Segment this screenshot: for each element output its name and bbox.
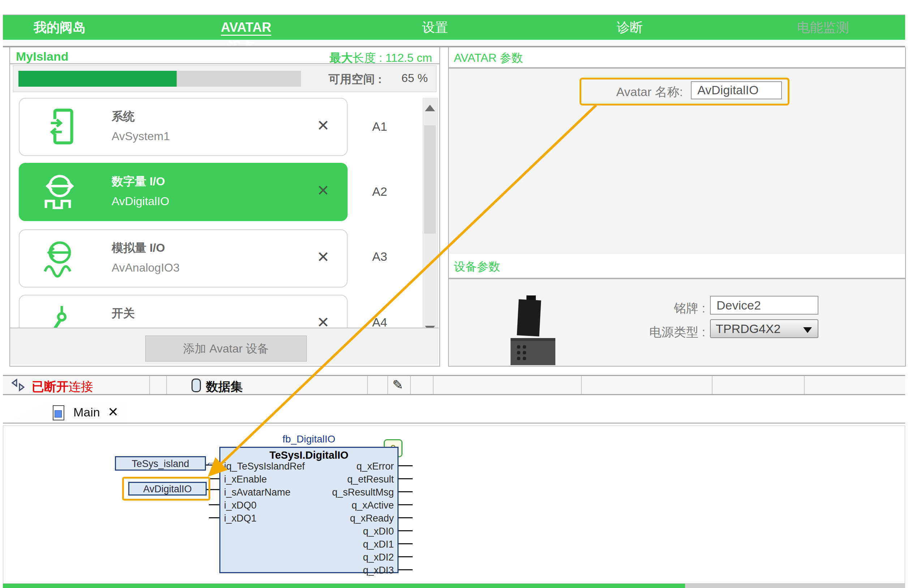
disconnect-icon (11, 378, 25, 394)
pin-input[interactable]: i_sAvatarName (224, 487, 290, 498)
pin-stub (399, 543, 413, 544)
slot-label-a3: A3 (372, 249, 387, 263)
nav-substrip: 设备 (3, 40, 905, 46)
avatar-list-scrollbar[interactable] (423, 98, 438, 338)
pin-output[interactable]: q_xActive (352, 500, 394, 511)
available-space-value: 65 % (401, 72, 428, 85)
avatar-params-header: AVATAR 参数 (449, 47, 905, 69)
avatar-card-system[interactable]: 系统 AvSystem1 ✕ (19, 98, 348, 156)
avatar-name: AvSystem1 (112, 130, 170, 143)
pin-output[interactable]: q_xDI2 (363, 552, 394, 563)
pin-output[interactable]: q_xDI0 (363, 526, 394, 537)
avatar-title: 系统 (112, 109, 135, 125)
nav-tab-avatar[interactable]: AVATAR (221, 15, 271, 40)
horizontal-scrollbar[interactable] (3, 584, 905, 588)
tab-main[interactable]: Main ✕ (6, 402, 126, 423)
power-type-dropdown[interactable]: TPRDG4X2 (710, 319, 818, 338)
pin-stub (399, 491, 413, 492)
space-progress-fill (18, 71, 177, 87)
digital-io-avatar-icon (42, 173, 82, 212)
pin-output[interactable]: q_xDI3 (363, 565, 394, 576)
clipped-label-bottom: 设备 (228, 39, 271, 46)
main-nav: 我的阀岛 AVATAR 设置 诊断 电能监测 (3, 14, 905, 40)
device-params-title: 设备参数 (454, 259, 500, 275)
power-type-label: 电源类型 : (629, 324, 705, 341)
dataset-icon (192, 379, 201, 392)
avatar-card-switch[interactable]: 开关 AvSwitch1 ✕ (19, 295, 348, 328)
avdigitalio-annotation-box (122, 477, 210, 501)
pencil-icon[interactable]: ✎ (393, 378, 403, 393)
device-params-header: 设备参数 (449, 254, 905, 279)
divider (3, 423, 905, 424)
analog-io-avatar-icon (42, 239, 82, 278)
avatar-name: AvAnalogIO3 (112, 261, 180, 275)
island-title: MyIsland (16, 50, 68, 64)
chevron-down-icon (803, 327, 812, 333)
avatar-title: 数字量 I/O (112, 174, 165, 190)
pin-output[interactable]: q_xReady (350, 513, 394, 524)
horizontal-scrollbar-thumb[interactable] (3, 584, 685, 588)
delete-avatar-button[interactable]: ✕ (317, 117, 330, 134)
system-avatar-icon (42, 108, 82, 147)
avatar-name: AvDigitalIO (112, 195, 169, 208)
pin-output[interactable]: q_xDI1 (363, 539, 394, 550)
avatar-title: 开关 (112, 305, 135, 321)
slot-label-a2: A2 (372, 185, 387, 199)
function-block-type: TeSysI.DigitalIO (221, 449, 398, 461)
pin-stub (399, 517, 413, 518)
pin-input[interactable]: i_xDQ1 (224, 513, 256, 524)
pin-input[interactable]: i_xEnable (224, 474, 267, 485)
pin-stub (399, 569, 413, 570)
delete-avatar-button[interactable]: ✕ (317, 248, 330, 266)
scroll-up-icon[interactable] (425, 105, 435, 111)
connection-status: 已断开连接 (32, 379, 93, 395)
fbd-canvas[interactable] (3, 426, 905, 584)
avatar-card-analog-io[interactable]: 模拟量 I/O AvAnalogIO3 ✕ (19, 229, 348, 288)
pin-input[interactable]: iq_TeSysIslandRef (224, 461, 305, 472)
pin-stub (209, 478, 219, 479)
slot-label-a1: A1 (372, 120, 387, 133)
pin-stub (399, 478, 413, 479)
pin-output[interactable]: q_sResultMsg (332, 487, 394, 498)
scrollbar-thumb[interactable] (424, 125, 436, 234)
add-avatar-button[interactable]: 添加 Avatar 设备 (145, 336, 307, 361)
var-box-tesys-island[interactable]: TeSys_island (115, 456, 206, 471)
nav-tab-settings[interactable]: 设置 (422, 15, 448, 40)
nav-tab-energy-monitor[interactable]: 电能监测 (797, 15, 849, 40)
nameplate-label: 铭牌 : (644, 300, 705, 317)
avatar-name-input[interactable]: AvDigitalIO (691, 81, 782, 99)
available-space-label: 可用空间 : (328, 72, 382, 87)
pin-stub (209, 504, 219, 505)
space-progressbar (18, 71, 301, 87)
tab-main-label: Main (73, 405, 100, 419)
tesys-island-configurator: 设备 我的阀岛 AVATAR 设置 诊断 电能监测 设备 MyIsland 最大… (0, 0, 908, 588)
pou-document-icon (53, 405, 64, 421)
nav-tab-my-island[interactable]: 我的阀岛 (34, 15, 85, 40)
fb-instance-label: fb_DigitalIO (258, 434, 359, 445)
island-header: MyIsland 最大长度 : 112.5 cm (10, 47, 440, 64)
pin-stub (209, 517, 219, 518)
pin-output[interactable]: q_etResult (347, 474, 394, 485)
inout-ref-icon: ⇔ (205, 456, 217, 470)
island-panel: MyIsland 最大长度 : 112.5 cm 可用空间 : 65 % (10, 47, 440, 366)
function-block[interactable]: TeSysI.DigitalIO iq_TeSysIslandRef i_xEn… (219, 447, 399, 573)
delete-avatar-button[interactable]: ✕ (317, 313, 330, 328)
device-photo (508, 296, 558, 365)
space-panel: 可用空间 : 65 % (13, 65, 436, 92)
delete-avatar-button[interactable]: ✕ (317, 182, 330, 199)
island-max-length: 最大长度 : 112.5 cm (330, 50, 432, 66)
pin-stub (399, 504, 413, 505)
avatar-name-label: Avatar 名称: (589, 84, 683, 100)
switch-avatar-icon (42, 305, 82, 328)
nav-tab-diagnostics[interactable]: 诊断 (617, 15, 643, 40)
avatar-title: 模拟量 I/O (112, 240, 165, 256)
pin-output[interactable]: q_xError (356, 461, 394, 472)
power-type-value: TPRDG4X2 (716, 322, 781, 336)
pin-input[interactable]: i_xDQ0 (224, 500, 256, 511)
status-bar: 已断开连接 数据集 ✎ (3, 375, 905, 395)
avatar-card-digital-io[interactable]: 数字量 I/O AvDigitalIO ✕ (19, 163, 348, 221)
tab-close-icon[interactable]: ✕ (108, 405, 119, 420)
nameplate-input[interactable]: Device2 (710, 296, 818, 315)
dataset-label: 数据集 (206, 379, 243, 395)
clipped-label-top: 设备 (228, 5, 271, 15)
